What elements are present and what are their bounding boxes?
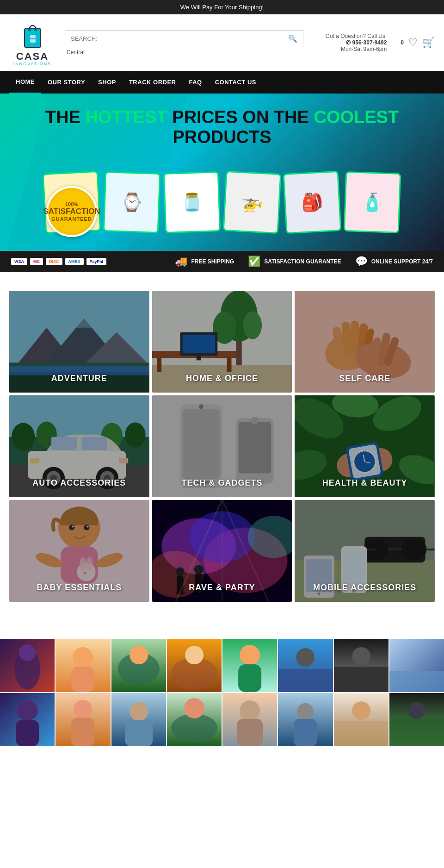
photo-15[interactable]	[334, 693, 388, 746]
visa-icon: VISA	[11, 258, 27, 265]
svg-rect-159	[294, 719, 317, 746]
search-icon: 🔍	[288, 35, 297, 43]
photo-10[interactable]	[56, 693, 110, 746]
free-shipping-badge: 🚚 FREE SHIPPING	[175, 256, 234, 268]
cart-count: 0	[401, 39, 404, 46]
discover-icon: DISC	[46, 258, 62, 265]
svg-point-149	[130, 702, 148, 721]
hero-text-hottest: HOTTEST	[85, 107, 167, 127]
photo-5[interactable]	[222, 639, 277, 692]
section-gap-2	[0, 602, 444, 620]
cart-area: 0 ♡ 🛒	[396, 37, 435, 49]
svg-point-127	[130, 646, 148, 664]
svg-point-155	[240, 700, 260, 721]
logo-brand-tagline: INNOVATIONS	[13, 62, 52, 66]
category-health-label: HEALTH & BEAUTY	[295, 478, 435, 488]
hero-headline: THE HOTTEST PRICES ON THE COOLEST PRODUC…	[0, 107, 444, 147]
category-auto-label: AUTO ACCESSORIES	[9, 478, 149, 488]
logo-bag-icon	[20, 19, 45, 51]
photo-7[interactable]	[334, 639, 388, 692]
main-nav: HOME OUR STORY SHOP TRACK ORDER FAQ CONT…	[0, 71, 444, 94]
svg-rect-147	[71, 718, 94, 746]
logo[interactable]: CASA INNOVATIONS	[9, 19, 56, 66]
contact-label: Got a Question? Call Us:	[313, 33, 387, 39]
photo-14[interactable]	[278, 693, 333, 746]
footer-gap	[0, 746, 444, 756]
category-home-office-label: HOME & OFFICE	[152, 374, 292, 383]
nav-item-shop[interactable]: SHOP	[92, 71, 123, 93]
photo-4[interactable]	[167, 639, 222, 692]
nav-item-track-order[interactable]: TRACK ORDER	[123, 71, 183, 93]
top-banner-text: We Will Pay For Your Shipping!	[180, 4, 264, 11]
contact-phone: ✆ 956-307-9492	[313, 39, 387, 46]
search-button[interactable]: 🔍	[283, 31, 303, 47]
category-baby[interactable]: BABY ESSENTIALS	[9, 500, 149, 602]
nav-item-contact-us[interactable]: CONTACT US	[209, 71, 263, 93]
truck-icon: 🚚	[175, 256, 187, 268]
category-tech[interactable]: TECH & GADGETS	[152, 395, 292, 497]
category-adventure-label: ADVENTURE	[9, 374, 149, 383]
svg-point-153	[184, 698, 204, 718]
hero-product-drone: 🚁	[223, 171, 282, 234]
category-self-care[interactable]: SELF CARE	[295, 291, 435, 393]
search-input[interactable]	[65, 31, 283, 47]
photo-2[interactable]	[56, 639, 110, 692]
hero-product-skincare: 🧴	[344, 171, 401, 233]
hero-text-prices: PRICES ON THE	[167, 107, 314, 127]
svg-point-158	[297, 703, 314, 720]
instagram-strip-row1	[0, 639, 444, 692]
nav-item-faq[interactable]: FAQ	[182, 71, 208, 93]
photo-11[interactable]	[111, 693, 166, 746]
svg-point-136	[296, 648, 314, 667]
photo-16[interactable]	[389, 693, 444, 746]
hero-banner: THE HOTTEST PRICES ON THE COOLEST PRODUC…	[0, 94, 444, 251]
photo-6[interactable]	[278, 639, 333, 692]
search-area: 🔍 Central	[65, 30, 303, 56]
search-sub-label: Central	[65, 49, 303, 56]
free-shipping-label: FREE SHIPPING	[191, 258, 234, 265]
nav-item-home[interactable]: HOME	[9, 71, 41, 94]
svg-point-162	[352, 701, 370, 720]
svg-rect-138	[334, 667, 388, 692]
wishlist-icon[interactable]: ♡	[408, 37, 418, 49]
svg-rect-141	[389, 671, 444, 692]
category-adventure[interactable]: ADVENTURE	[9, 291, 149, 393]
instagram-strip-row2	[0, 693, 444, 746]
svg-point-165	[408, 702, 425, 719]
photo-12[interactable]	[167, 693, 222, 746]
category-home-office[interactable]: HOME & OFFICE	[152, 291, 292, 393]
photo-13[interactable]	[222, 693, 277, 746]
photo-8[interactable]	[389, 639, 444, 692]
logo-brand-name: CASA	[16, 51, 49, 62]
category-rave[interactable]: RAVE & PARTY	[152, 500, 292, 602]
trust-badges: 🚚 FREE SHIPPING ✅ SATISFACTION GUARANTEE…	[175, 256, 433, 268]
badge-line3: GUARANTEED	[51, 216, 92, 222]
photo-3[interactable]	[111, 639, 166, 692]
svg-point-139	[352, 647, 370, 666]
svg-point-123	[73, 647, 93, 668]
category-health[interactable]: HEALTH & BEAUTY	[295, 395, 435, 497]
svg-rect-124	[71, 667, 94, 692]
nav-item-our-story[interactable]: OUR STORY	[41, 71, 92, 93]
hero-product-backpack: 🎒	[283, 171, 342, 234]
photo-1[interactable]	[0, 639, 55, 692]
search-box: 🔍	[65, 30, 303, 47]
satisfaction-badge: ✅ SATISFACTION GUARANTEE	[248, 256, 341, 268]
svg-point-146	[74, 700, 92, 718]
category-grid: ADVENTURE HOME & OFFICE	[0, 291, 444, 602]
photo-9[interactable]	[0, 693, 55, 746]
svg-point-130	[185, 646, 204, 664]
category-mobile-label: MOBILE ACCESSORIES	[295, 583, 435, 593]
category-rave-label: RAVE & PARTY	[152, 583, 292, 593]
badge-line1: 100%	[65, 201, 78, 207]
svg-point-143	[17, 700, 37, 721]
hero-satisfaction-badge: 100% SATISFACTION GUARANTEED	[46, 186, 97, 237]
cart-icon[interactable]: 🛒	[422, 37, 435, 49]
category-self-care-label: SELF CARE	[295, 374, 435, 383]
category-auto[interactable]: AUTO ACCESSORIES	[9, 395, 149, 497]
svg-rect-144	[16, 720, 39, 746]
support-label: ONLINE SUPPORT 24/7	[371, 258, 433, 265]
top-banner: We Will Pay For Your Shipping!	[0, 0, 444, 14]
category-mobile[interactable]: MOBILE ACCESSORIES	[295, 500, 435, 602]
badge-line2: SATISFACTION	[43, 207, 100, 216]
